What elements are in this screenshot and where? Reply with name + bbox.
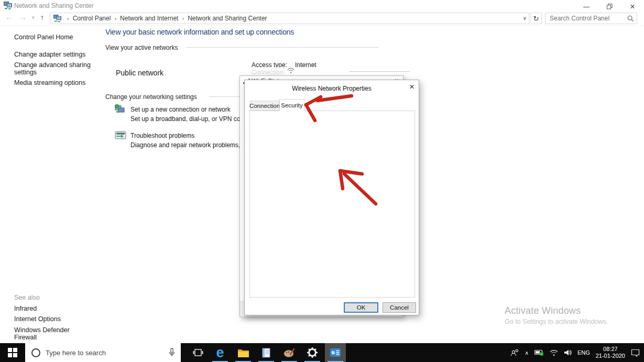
breadcrumb-separator-icon: › bbox=[114, 15, 116, 21]
breadcrumb-separator-icon: › bbox=[182, 15, 184, 21]
activate-windows-watermark: Activate Windows bbox=[505, 305, 581, 316]
close-icon: × bbox=[630, 2, 635, 12]
microphone-icon[interactable] bbox=[168, 348, 176, 357]
section-rule bbox=[187, 47, 378, 48]
taskbar-app-settings[interactable] bbox=[302, 343, 323, 362]
gear-icon bbox=[307, 347, 318, 358]
battery-icon[interactable] bbox=[534, 349, 544, 356]
troubleshoot-desc: Diagnose and repair network problems, or bbox=[130, 141, 247, 149]
window-title: Network and Sharing Center bbox=[14, 2, 93, 9]
sidebar-item-control-panel-home[interactable]: Control Panel Home bbox=[14, 34, 94, 41]
network-name: Public network bbox=[116, 69, 163, 77]
windows-logo-icon bbox=[8, 348, 17, 357]
setup-connection-icon bbox=[115, 104, 126, 115]
security-tab-panel bbox=[249, 111, 415, 298]
taskbar: Type here to search e bbox=[0, 343, 644, 362]
tray-date: 21-01-2020 bbox=[596, 353, 625, 359]
notepad-icon bbox=[261, 347, 271, 358]
breadcrumb-control-panel[interactable]: Control Panel bbox=[73, 15, 111, 22]
see-also-header: See also bbox=[14, 294, 94, 301]
search-icon[interactable] bbox=[627, 15, 634, 22]
action-center-icon[interactable] bbox=[631, 349, 640, 357]
network-sharing-icon bbox=[4, 2, 12, 9]
restore-icon bbox=[607, 4, 613, 9]
task-view-button[interactable] bbox=[188, 343, 209, 362]
language-indicator[interactable]: ENG bbox=[577, 349, 590, 356]
taskbar-app-notepad[interactable] bbox=[256, 343, 277, 362]
refresh-button[interactable]: ↻ bbox=[530, 13, 542, 24]
window-titlebar: Network and Sharing Center — × bbox=[0, 0, 644, 12]
redaction-edge-line bbox=[349, 71, 410, 72]
system-tray: ∧ bbox=[510, 343, 644, 362]
address-toolbar: ← → ∨ ↑ › Control Panel › Network and In… bbox=[0, 12, 644, 26]
wireless-properties-dialog: Wireless Network Properties × Connection… bbox=[244, 80, 419, 315]
taskbar-app-control-panel[interactable] bbox=[325, 343, 346, 362]
redaction-smudge bbox=[250, 67, 287, 75]
breadcrumb-network-sharing[interactable]: Network and Sharing Center bbox=[188, 15, 267, 22]
networking-settings-section-title: Change your networking settings bbox=[105, 93, 197, 101]
cortana-icon bbox=[31, 348, 40, 357]
access-type-value: Internet bbox=[295, 61, 316, 69]
sidebar-item-media-streaming-options[interactable]: Media streaming options bbox=[14, 79, 94, 86]
tab-connection-label: Connection bbox=[249, 103, 280, 109]
up-icon[interactable]: ↑ bbox=[40, 13, 44, 21]
active-networks-section-title: View your active networks bbox=[105, 44, 178, 51]
minimize-icon: — bbox=[583, 3, 590, 10]
back-icon[interactable]: ← bbox=[5, 13, 13, 21]
sidebar-item-windows-defender-firewall[interactable]: Windows Defender Firewall bbox=[14, 326, 94, 341]
file-explorer-icon bbox=[237, 348, 249, 358]
taskbar-app-paint[interactable] bbox=[279, 343, 300, 362]
breadcrumb-network-internet[interactable]: Network and Internet bbox=[120, 15, 178, 22]
sidebar-item-internet-options[interactable]: Internet Options bbox=[14, 315, 94, 323]
desktop: Network and Sharing Center — × ← → ∨ ↑ bbox=[0, 0, 644, 362]
taskbar-app-edge[interactable]: e bbox=[210, 343, 231, 362]
ok-button[interactable]: OK bbox=[344, 302, 378, 313]
breadcrumb-separator-icon: › bbox=[67, 15, 69, 21]
start-button[interactable] bbox=[0, 343, 25, 362]
taskbar-search-placeholder: Type here to search bbox=[46, 349, 168, 357]
speaker-icon[interactable] bbox=[564, 349, 572, 356]
forward-icon[interactable]: → bbox=[19, 13, 27, 21]
cancel-button[interactable]: Cancel bbox=[383, 302, 416, 313]
tab-connection[interactable]: Connection bbox=[250, 101, 279, 111]
search-box bbox=[545, 13, 637, 24]
location-icon bbox=[53, 15, 61, 22]
dialog-title: Wireless Network Properties bbox=[245, 85, 419, 92]
tab-security-label: Security bbox=[281, 102, 303, 108]
edge-icon: e bbox=[216, 346, 224, 360]
dialog-close-icon[interactable]: × bbox=[409, 82, 414, 92]
taskbar-search[interactable]: Type here to search bbox=[25, 343, 181, 362]
clock[interactable]: 08:27 21-01-2020 bbox=[596, 346, 625, 359]
page-title: View your basic network information and … bbox=[105, 28, 294, 36]
address-bar[interactable]: › Control Panel › Network and Internet ›… bbox=[50, 13, 529, 24]
nav-history-chevron-icon[interactable]: ∨ bbox=[31, 15, 35, 20]
sidebar-item-infrared[interactable]: Infrared bbox=[14, 305, 94, 312]
control-panel-icon bbox=[330, 348, 341, 357]
address-dropdown-icon[interactable]: ∨ bbox=[523, 15, 527, 21]
tray-time: 08:27 bbox=[596, 346, 625, 353]
ok-label: OK bbox=[357, 304, 366, 311]
tab-security[interactable]: Security bbox=[279, 99, 304, 111]
tray-chevron-icon[interactable]: ∧ bbox=[525, 350, 529, 356]
cancel-label: Cancel bbox=[390, 304, 409, 311]
paint-icon bbox=[283, 347, 295, 358]
refresh-icon: ↻ bbox=[533, 15, 539, 23]
wifi-tray-icon[interactable] bbox=[550, 349, 558, 356]
wifi-connection-icon[interactable] bbox=[287, 68, 294, 74]
troubleshoot-icon bbox=[115, 131, 126, 140]
setup-connection-link[interactable]: Set up a new connection or network bbox=[130, 106, 231, 113]
setup-connection-desc: Set up a broadband, dial-up, or VPN conn… bbox=[130, 115, 251, 123]
activate-windows-subtext: Go to Settings to activate Windows. bbox=[505, 318, 608, 325]
sidebar-item-change-adapter-settings[interactable]: Change adapter settings bbox=[14, 51, 94, 58]
taskbar-app-file-explorer[interactable] bbox=[233, 343, 254, 362]
search-input[interactable] bbox=[545, 13, 623, 24]
troubleshoot-link[interactable]: Troubleshoot problems bbox=[130, 132, 194, 139]
sidebar-item-change-advanced-sharing[interactable]: Change advanced sharing settings bbox=[14, 61, 94, 76]
people-icon[interactable] bbox=[510, 349, 519, 356]
